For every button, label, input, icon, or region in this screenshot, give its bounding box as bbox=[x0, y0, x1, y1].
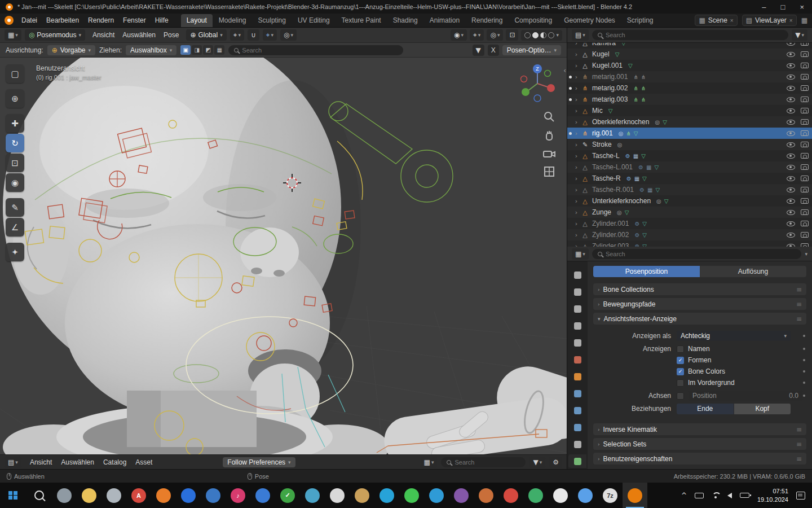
asset-shelf-menu[interactable]: Ansicht bbox=[26, 457, 56, 468]
visibility-eye-icon[interactable] bbox=[787, 233, 795, 238]
object-name[interactable]: Mic bbox=[592, 107, 603, 115]
expand-arrow-icon[interactable]: › bbox=[573, 62, 579, 69]
taskbar-app-icon[interactable]: ✓ bbox=[275, 483, 300, 508]
object-name[interactable]: Stroke bbox=[592, 141, 612, 148]
panel-grip-icon[interactable]: ≡ bbox=[796, 426, 802, 433]
expand-arrow-icon[interactable]: › bbox=[573, 152, 579, 160]
editor-type-button[interactable]: ▦▾ bbox=[5, 29, 21, 41]
taskbar-app-icon[interactable] bbox=[424, 483, 449, 508]
object-name[interactable]: Kugel.001 bbox=[592, 62, 623, 69]
visibility-eye-icon[interactable] bbox=[787, 97, 795, 102]
volume-icon[interactable] bbox=[727, 493, 732, 498]
visibility-eye-icon[interactable] bbox=[787, 131, 795, 136]
asset-shelf-menu[interactable]: Catalog bbox=[99, 457, 130, 468]
checkbox-label[interactable]: Im Vordergrund bbox=[688, 379, 735, 387]
workspace-tab[interactable]: Sculpting bbox=[253, 14, 292, 27]
taskbar-app-icon[interactable] bbox=[498, 483, 523, 508]
visibility-eye-icon[interactable] bbox=[787, 221, 795, 226]
render-camera-icon[interactable] bbox=[801, 209, 809, 215]
workspace-tab[interactable]: Rendering bbox=[466, 14, 508, 27]
workspace-tab[interactable]: Compositing bbox=[509, 14, 558, 27]
solid-shading-icon[interactable] bbox=[532, 32, 539, 38]
visibility-eye-icon[interactable] bbox=[787, 154, 795, 159]
taskbar-app-icon[interactable] bbox=[52, 483, 77, 508]
render-camera-icon[interactable] bbox=[801, 153, 809, 159]
render-camera-icon[interactable] bbox=[801, 221, 809, 226]
object-name[interactable]: rig.001 bbox=[592, 129, 613, 137]
expand-arrow-icon[interactable]: › bbox=[573, 51, 579, 58]
visibility-eye-icon[interactable] bbox=[787, 75, 795, 80]
menubar-menu[interactable]: Bearbeiten bbox=[42, 15, 83, 26]
outliner-filter-icon[interactable]: ▼▾ bbox=[792, 29, 807, 41]
outliner-row[interactable]: › △ Zunge ◎ ▽ bbox=[567, 207, 812, 218]
animate-dot[interactable] bbox=[803, 359, 805, 361]
taskbar-app-icon[interactable] bbox=[474, 483, 498, 508]
panel-grip-icon[interactable]: ≡ bbox=[796, 440, 802, 448]
taskbar-app-icon[interactable]: A bbox=[126, 483, 151, 508]
viewport-menu[interactable]: Ansicht bbox=[89, 29, 118, 41]
object-name[interactable]: Kamera bbox=[592, 43, 616, 47]
object-name[interactable]: Zylinder.001 bbox=[592, 220, 629, 227]
mode-dropdown[interactable]: ◎Posenmodus▾ bbox=[25, 29, 85, 41]
properties-search-input[interactable] bbox=[606, 251, 796, 257]
checkbox-label[interactable]: Bone Colors bbox=[688, 367, 725, 375]
outliner-row[interactable]: › ⋔ metarig.002 ⋔ ⋔ bbox=[567, 82, 812, 94]
checkbox-label[interactable]: Namen bbox=[688, 345, 710, 353]
start-button[interactable] bbox=[0, 483, 26, 508]
outliner-row[interactable]: › △ Kamera ▽ bbox=[567, 43, 812, 49]
tool-button[interactable]: ▢ bbox=[6, 64, 24, 83]
panel-inverse-kinematics[interactable]: › Inverse Kinematik ≡ bbox=[593, 423, 806, 435]
properties-tab-icon[interactable] bbox=[568, 302, 586, 316]
visibility-eye-icon[interactable] bbox=[787, 244, 795, 247]
scene-selector[interactable]: ▦ Scene × bbox=[695, 15, 737, 26]
outliner-search[interactable] bbox=[592, 30, 788, 40]
visibility-eye-icon[interactable] bbox=[787, 86, 795, 91]
taskbar-app-icon[interactable] bbox=[548, 483, 573, 508]
camera-view-icon[interactable] bbox=[542, 149, 556, 159]
visibility-eye-icon[interactable] bbox=[787, 108, 795, 113]
expand-arrow-icon[interactable]: › bbox=[573, 175, 579, 182]
taskbar-app-icon[interactable] bbox=[250, 483, 275, 508]
gizmos-dropdown[interactable]: ⌖▾ bbox=[470, 29, 484, 41]
render-camera-icon[interactable] bbox=[801, 243, 809, 247]
panel-bone-collections[interactable]: › Bone Collections ≡ bbox=[593, 283, 806, 295]
expand-arrow-icon[interactable]: › bbox=[573, 141, 579, 148]
render-camera-icon[interactable] bbox=[801, 164, 809, 170]
asset-editor-type-button[interactable]: ▤▾ bbox=[5, 457, 21, 468]
display-checkbox[interactable] bbox=[677, 345, 684, 353]
panel-selection-sets[interactable]: › Selection Sets ≡ bbox=[593, 438, 806, 450]
taskbar-app-icon[interactable] bbox=[201, 483, 226, 508]
pivot-point-dropdown[interactable]: ⌖▾ bbox=[230, 29, 244, 41]
taskbar-app-icon[interactable] bbox=[350, 483, 374, 508]
visibility-eye-icon[interactable] bbox=[787, 120, 795, 125]
network-icon[interactable] bbox=[712, 492, 720, 498]
close-button[interactable]: × bbox=[800, 3, 804, 11]
visibility-eye-icon[interactable] bbox=[787, 199, 795, 204]
properties-tab-icon[interactable] bbox=[568, 387, 586, 400]
drag-mode-dropdown[interactable]: Auswahlbox▾ bbox=[126, 45, 176, 55]
animate-dot[interactable] bbox=[803, 348, 805, 350]
expand-arrow-icon[interactable]: › bbox=[573, 220, 579, 227]
panel-grip-icon[interactable]: ≡ bbox=[796, 286, 802, 294]
taskbar-app-icon[interactable] bbox=[523, 483, 548, 508]
pose-options-dropdown[interactable]: Posen-Optio…▾ bbox=[502, 45, 561, 55]
axes-checkbox[interactable] bbox=[677, 392, 684, 400]
viewport-menu[interactable]: Pose bbox=[160, 29, 183, 41]
outliner-type-button[interactable]: ▤▾ bbox=[572, 29, 589, 41]
outliner-row[interactable]: › △ Zylinder.003 ⚙ ▽ bbox=[567, 240, 812, 247]
outliner-row[interactable]: › ⋔ metarig.001 ⋔ ⋔ bbox=[567, 71, 812, 82]
object-name[interactable]: Tasche-L bbox=[592, 152, 620, 160]
select-sub-icon[interactable]: ◩ bbox=[203, 45, 213, 55]
properties-tab-icon[interactable] bbox=[568, 285, 586, 299]
menubar-menu[interactable]: Fenster bbox=[118, 15, 151, 26]
object-name[interactable]: Unterkieferknochen bbox=[592, 197, 651, 205]
expand-arrow-icon[interactable]: › bbox=[573, 198, 579, 205]
orientation-dropdown[interactable]: ⊕Vorgabe▾ bbox=[47, 45, 95, 55]
menubar-menu[interactable]: Rendern bbox=[83, 15, 118, 26]
outliner-row[interactable]: › △ Tasche-R ⚙ ▦ ▽ bbox=[567, 173, 812, 184]
taskbar-app-icon[interactable] bbox=[573, 483, 598, 508]
menubar-menu[interactable]: Datei bbox=[17, 15, 42, 26]
menubar-menu[interactable]: Hilfe bbox=[151, 15, 173, 26]
notification-center-icon[interactable] bbox=[796, 492, 805, 500]
mirror-x-toggle[interactable]: X bbox=[488, 45, 499, 56]
